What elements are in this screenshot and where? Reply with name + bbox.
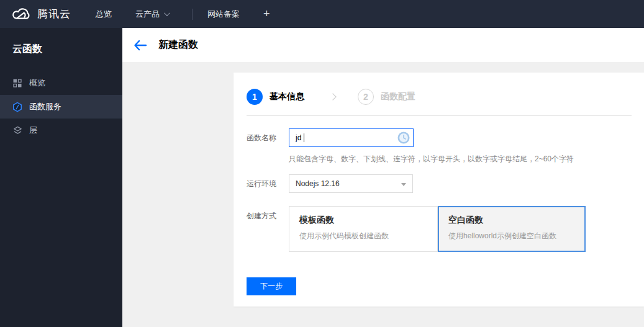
creation-method-label: 创建方式 <box>247 206 289 252</box>
sidebar-item-overview[interactable]: 概览 <box>0 71 122 95</box>
add-nav-tab-button[interactable]: + <box>263 7 270 20</box>
nav-item-cloud-products-label: 云产品 <box>135 9 160 20</box>
nav-item-icp-filing-label: 网站备案 <box>207 9 240 20</box>
main-area: 新建函数 1 基本信息 2 函数配置 函数名称 <box>122 28 644 327</box>
step-2-label: 函数配置 <box>381 91 415 102</box>
tencent-cloud-logo[interactable]: 腾讯云 <box>11 7 71 22</box>
page-title: 新建函数 <box>158 38 198 52</box>
cloud-logo-icon <box>11 7 31 22</box>
nav-item-overview[interactable]: 总览 <box>96 9 112 20</box>
function-name-input[interactable] <box>289 128 414 147</box>
method-card-desc: 使用示例代码模板创建函数 <box>299 231 427 241</box>
step-1-label: 基本信息 <box>270 91 304 102</box>
select-caret-icon <box>401 183 406 186</box>
create-function-card: 1 基本信息 2 函数配置 函数名称 <box>234 73 644 307</box>
nav-item-overview-label: 总览 <box>96 9 112 20</box>
creation-method-row: 创建方式 模板函数 使用示例代码模板创建函数 空白函数 使用helloworld… <box>247 206 632 252</box>
function-name-label: 函数名称 <box>247 128 289 147</box>
layers-icon <box>12 125 22 135</box>
content-area: 1 基本信息 2 函数配置 函数名称 <box>122 62 644 327</box>
text-caret <box>304 133 304 142</box>
top-nav: 总览 云产品 网站备案 + <box>96 7 270 20</box>
wizard-steps: 1 基本信息 2 函数配置 <box>247 89 632 105</box>
method-cards: 模板函数 使用示例代码模板创建函数 空白函数 使用helloworld示例创建空… <box>289 206 586 252</box>
nav-item-icp-filing[interactable]: 网站备案 <box>207 9 240 20</box>
page-header: 新建函数 <box>122 28 644 62</box>
runtime-row: 运行环境 Nodejs 12.16 <box>247 174 632 193</box>
overview-grid-icon <box>12 78 22 88</box>
back-arrow-icon[interactable] <box>134 39 147 52</box>
basic-info-form: 函数名称 只能包含字母、数字、下划线、连字符，以字母开头，以数字或字母结尾，2~… <box>247 128 632 295</box>
step-2-circle: 2 <box>358 89 374 105</box>
function-name-row: 函数名称 <box>247 128 632 147</box>
sidebar-menu: 概览 函数服务 层 <box>0 71 122 142</box>
runtime-label: 运行环境 <box>247 174 289 193</box>
sidebar: 云函数 概览 函数服务 <box>0 28 122 327</box>
sidebar-item-label: 层 <box>29 125 37 136</box>
function-name-hint: 只能包含字母、数字、下划线、连字符，以字母开头，以数字或字母结尾，2~60个字符 <box>289 154 632 164</box>
method-card-blank-function[interactable]: 空白函数 使用helloworld示例创建空白函数 <box>438 206 586 252</box>
method-card-template-function[interactable]: 模板函数 使用示例代码模板创建函数 <box>289 206 438 252</box>
chevron-down-icon <box>164 10 170 16</box>
method-card-title: 模板函数 <box>299 215 427 226</box>
steps-divider <box>247 115 632 116</box>
sidebar-item-label: 函数服务 <box>29 101 61 112</box>
function-name-input-wrap <box>289 128 414 147</box>
topbar-divider <box>192 9 193 20</box>
next-step-button[interactable]: 下一步 <box>247 277 296 295</box>
step-separator-chevron-icon <box>329 93 336 100</box>
topbar: 腾讯云 总览 云产品 网站备案 + <box>0 0 644 28</box>
method-card-title: 空白函数 <box>448 215 575 226</box>
nav-item-cloud-products[interactable]: 云产品 <box>135 9 168 20</box>
runtime-selected-value: Nodejs 12.16 <box>296 179 340 188</box>
function-service-icon <box>12 102 22 112</box>
clock-icon <box>397 132 410 144</box>
step-1-circle: 1 <box>247 89 263 105</box>
sidebar-item-layers[interactable]: 层 <box>0 119 122 142</box>
sidebar-item-function-service[interactable]: 函数服务 <box>0 95 122 119</box>
sidebar-item-label: 概览 <box>29 78 45 89</box>
method-card-desc: 使用helloworld示例创建空白函数 <box>448 231 575 241</box>
runtime-select[interactable]: Nodejs 12.16 <box>289 174 413 193</box>
sidebar-title: 云函数 <box>0 28 122 56</box>
brand-name: 腾讯云 <box>37 7 71 21</box>
